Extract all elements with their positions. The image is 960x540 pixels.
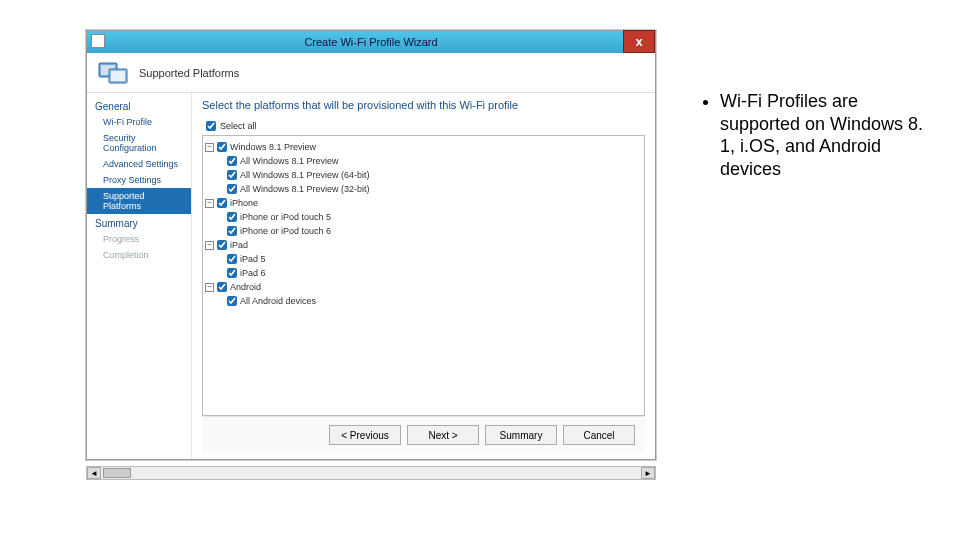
summary-button[interactable]: Summary	[485, 425, 557, 445]
nav-item-security-configuration[interactable]: Security Configuration	[87, 130, 191, 156]
expand-toggle[interactable]: −	[205, 143, 214, 152]
nav-item-summary[interactable]: Summary	[87, 214, 191, 231]
tree-checkbox[interactable]	[227, 268, 237, 278]
window-title: Create Wi-Fi Profile Wizard	[304, 36, 437, 48]
previous-button[interactable]: < Previous	[329, 425, 401, 445]
platform-tree[interactable]: − Windows 8.1 Preview All Windows 8.1 Pr…	[202, 135, 645, 416]
tree-checkbox[interactable]	[217, 240, 227, 250]
tree-checkbox[interactable]	[227, 254, 237, 264]
scroll-track[interactable]	[101, 467, 641, 479]
tree-item-iphone[interactable]: iPhone	[230, 198, 258, 208]
tree-item-android-all[interactable]: All Android devices	[240, 296, 316, 306]
slide-bullet-note: Wi-Fi Profiles are supported on Windows …	[700, 90, 930, 180]
sysmenu-icon[interactable]	[91, 34, 105, 48]
expand-toggle[interactable]: −	[205, 241, 214, 250]
select-all-label: Select all	[220, 121, 257, 131]
page-title: Supported Platforms	[139, 67, 239, 79]
wizard-window: Create Wi-Fi Profile Wizard x Supported …	[86, 30, 656, 460]
tree-checkbox[interactable]	[227, 184, 237, 194]
scroll-right-button[interactable]: ►	[641, 467, 655, 479]
horizontal-scrollbar[interactable]: ◄ ►	[86, 466, 656, 480]
tree-checkbox[interactable]	[217, 198, 227, 208]
tree-checkbox[interactable]	[227, 156, 237, 166]
select-all-checkbox[interactable]	[206, 121, 216, 131]
cancel-button[interactable]: Cancel	[563, 425, 635, 445]
nav-item-completion: Completion	[87, 247, 191, 263]
wizard-header: Supported Platforms	[87, 53, 655, 93]
tree-item-windows81-all[interactable]: All Windows 8.1 Preview	[240, 156, 339, 166]
nav-item-supported-platforms[interactable]: Supported Platforms	[87, 188, 191, 214]
tree-checkbox[interactable]	[227, 170, 237, 180]
tree-item-ipad[interactable]: iPad	[230, 240, 248, 250]
wizard-content: Select the platforms that will be provis…	[192, 93, 655, 459]
nav-item-progress: Progress	[87, 231, 191, 247]
nav-item-proxy-settings[interactable]: Proxy Settings	[87, 172, 191, 188]
tree-item-windows81[interactable]: Windows 8.1 Preview	[230, 142, 316, 152]
wizard-sidebar: General Wi-Fi Profile Security Configura…	[87, 93, 192, 459]
close-button[interactable]: x	[623, 30, 655, 53]
nav-item-advanced-settings[interactable]: Advanced Settings	[87, 156, 191, 172]
svg-rect-3	[111, 71, 125, 81]
tree-checkbox[interactable]	[227, 212, 237, 222]
computer-icon	[97, 57, 129, 89]
nav-group-general: General	[87, 97, 191, 114]
instruction-text: Select the platforms that will be provis…	[202, 99, 645, 111]
next-button[interactable]: Next >	[407, 425, 479, 445]
expand-toggle[interactable]: −	[205, 283, 214, 292]
tree-checkbox[interactable]	[217, 282, 227, 292]
scroll-thumb[interactable]	[103, 468, 131, 478]
tree-checkbox[interactable]	[227, 296, 237, 306]
tree-checkbox[interactable]	[227, 226, 237, 236]
close-icon: x	[635, 34, 642, 49]
tree-item-windows81-64[interactable]: All Windows 8.1 Preview (64-bit)	[240, 170, 370, 180]
tree-item-ipad5[interactable]: iPad 5	[240, 254, 266, 264]
tree-item-ipad6[interactable]: iPad 6	[240, 268, 266, 278]
select-all-row: Select all	[206, 121, 645, 131]
tree-item-windows81-32[interactable]: All Windows 8.1 Preview (32-bit)	[240, 184, 370, 194]
tree-item-iphone6[interactable]: iPhone or iPod touch 6	[240, 226, 331, 236]
tree-item-iphone5[interactable]: iPhone or iPod touch 5	[240, 212, 331, 222]
bullet-text: Wi-Fi Profiles are supported on Windows …	[720, 90, 930, 180]
scroll-left-button[interactable]: ◄	[87, 467, 101, 479]
titlebar[interactable]: Create Wi-Fi Profile Wizard x	[87, 31, 655, 53]
nav-item-wifi-profile[interactable]: Wi-Fi Profile	[87, 114, 191, 130]
tree-item-android[interactable]: Android	[230, 282, 261, 292]
wizard-buttons: < Previous Next > Summary Cancel	[202, 416, 645, 453]
tree-checkbox[interactable]	[217, 142, 227, 152]
expand-toggle[interactable]: −	[205, 199, 214, 208]
